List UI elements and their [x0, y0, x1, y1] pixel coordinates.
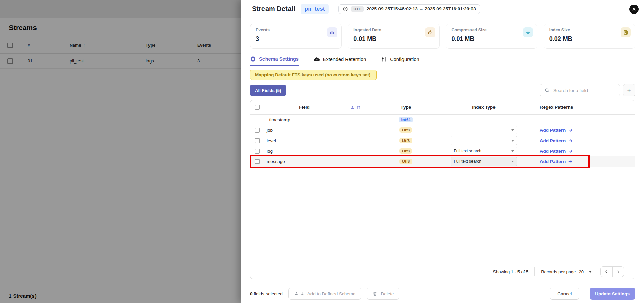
- field-row-timestamp: _timestamp Int64: [250, 115, 635, 125]
- drawer-body: Events 3 Ingested Data 0.01 MB Compresse…: [241, 18, 644, 284]
- col-regex-patterns: Regex Patterns: [521, 105, 592, 110]
- utc-chip: UTC: [351, 6, 364, 12]
- modal-backdrop[interactable]: [0, 0, 241, 303]
- field-checkbox[interactable]: [255, 128, 260, 133]
- add-pattern-link[interactable]: Add Pattern: [521, 128, 592, 133]
- records-per-page-select[interactable]: Records per page 20: [541, 269, 592, 274]
- chevron-down-icon: [589, 271, 592, 273]
- arrow-right-icon: [568, 159, 573, 164]
- arrow-right-icon: [568, 138, 573, 143]
- field-name: log: [264, 149, 345, 154]
- table-empty-space: [250, 167, 635, 264]
- compress-icon: [523, 27, 533, 37]
- stat-value: 0.02 MB: [549, 35, 629, 43]
- prev-page-button[interactable]: [601, 267, 612, 277]
- type-badge: Utf8: [399, 138, 412, 143]
- stat-label: Compressed Size: [452, 28, 532, 32]
- all-fields-button[interactable]: All Fields (5): [250, 85, 286, 96]
- type-badge: Utf8: [399, 148, 412, 154]
- tab-schema-settings[interactable]: Schema Settings: [250, 56, 299, 66]
- drawer-footer: 0 fields selected Add to Defined Schema …: [241, 284, 644, 303]
- tune-icon: [381, 56, 387, 62]
- stat-card-index: Index Size 0.02 MB: [544, 24, 635, 49]
- field-search-box: [540, 84, 620, 96]
- field-name: _timestamp: [264, 117, 345, 122]
- add-pattern-link[interactable]: Add Pattern: [521, 149, 592, 154]
- cloud-upload-icon: [314, 56, 320, 63]
- close-drawer-button[interactable]: [629, 5, 639, 14]
- chevron-down-icon: [511, 150, 514, 152]
- chevron-down-icon: [511, 161, 514, 162]
- index-type-select[interactable]: [451, 136, 517, 145]
- update-settings-button[interactable]: Update Settings: [590, 288, 635, 300]
- detail-tabs: Schema Settings Extended Retention Confi…: [250, 56, 635, 66]
- pagination-bar: Showing 1 - 5 of 5 Records per page 20: [250, 264, 635, 279]
- field-checkbox[interactable]: [255, 138, 260, 143]
- showing-text: Showing 1 - 5 of 5: [493, 269, 528, 274]
- add-pattern-link[interactable]: Add Pattern: [521, 159, 592, 164]
- chevron-down-icon: [511, 129, 514, 131]
- field-row-log: log Utf8 Full text search Add Pattern: [250, 146, 635, 156]
- stat-card-compressed: Compressed Size 0.01 MB: [446, 24, 537, 49]
- fields-table-header: Field Type Index Type Regex Patterns: [250, 100, 635, 115]
- drawer-title: Stream Detail: [252, 5, 295, 13]
- index-type-select[interactable]: [451, 126, 517, 134]
- stat-label: Ingested Data: [353, 28, 434, 32]
- tab-label: Schema Settings: [259, 56, 299, 62]
- add-to-defined-schema-button[interactable]: Add to Defined Schema: [288, 288, 362, 300]
- stat-card-ingested: Ingested Data 0.01 MB: [348, 24, 439, 49]
- stat-label: Events: [256, 28, 336, 32]
- field-row-job: job Utf8 Add Pattern: [250, 125, 635, 135]
- col-index-type: Index Type: [446, 105, 521, 110]
- col-type: Type: [365, 105, 446, 110]
- cancel-button[interactable]: Cancel: [550, 288, 579, 300]
- stat-value: 0.01 MB: [353, 35, 434, 43]
- col-field: Field: [264, 105, 345, 110]
- time-range-value: 2025-09-25T15:46:02:13 → 2025-09-25T16:0…: [367, 6, 476, 11]
- stats-row: Events 3 Ingested Data 0.01 MB Compresse…: [250, 24, 635, 49]
- delete-button[interactable]: Delete: [367, 288, 399, 300]
- close-icon: [632, 7, 636, 11]
- stat-card-events: Events 3: [250, 24, 342, 49]
- select-all-fields-checkbox[interactable]: [255, 105, 260, 110]
- add-field-button[interactable]: +: [623, 84, 635, 96]
- arrow-right-icon: [568, 149, 573, 154]
- type-badge: Int64: [399, 117, 413, 122]
- type-badge: Utf8: [399, 127, 412, 133]
- inbox-download-icon: [425, 27, 435, 37]
- trash-icon: [372, 291, 377, 296]
- clock-icon: [343, 6, 348, 12]
- pager: [600, 266, 624, 277]
- time-range-box: UTC 2025-09-25T15:46:02:13 → 2025-09-25T…: [338, 4, 480, 14]
- index-type-select[interactable]: Full text search: [451, 157, 517, 166]
- field-row-message: message Utf8 Full text search Add Patter…: [250, 156, 635, 167]
- index-type-select[interactable]: Full text search: [451, 147, 517, 155]
- bar-chart-icon: [327, 27, 337, 37]
- gear-icon: [250, 56, 256, 62]
- stream-detail-drawer: Stream Detail pii_test UTC 2025-09-25T15…: [241, 0, 644, 303]
- selected-fields-text: 0 fields selected: [250, 291, 283, 296]
- field-search-input[interactable]: [553, 88, 616, 93]
- stat-value: 0.01 MB: [452, 35, 532, 43]
- fts-warning-banner: Mapping Default FTS keys used (no custom…: [250, 70, 377, 80]
- arrow-right-icon: [568, 128, 573, 133]
- field-row-level: level Utf8 Add Pattern: [250, 135, 635, 146]
- field-name: level: [264, 138, 345, 143]
- stream-name-badge: pii_test: [301, 4, 329, 14]
- fields-table: Field Type Index Type Regex Patterns _ti…: [250, 100, 635, 279]
- save-icon: [621, 27, 631, 37]
- chevron-down-icon: [511, 140, 514, 142]
- divider: [534, 267, 535, 276]
- field-checkbox[interactable]: [255, 159, 260, 164]
- fields-controls: All Fields (5) +: [250, 84, 635, 96]
- tab-extended-retention[interactable]: Extended Retention: [314, 56, 366, 66]
- stat-label: Index Size: [549, 28, 629, 32]
- field-name: message: [264, 159, 345, 164]
- user-schema-icon: [294, 291, 304, 296]
- tab-configuration[interactable]: Configuration: [381, 56, 419, 66]
- field-checkbox[interactable]: [255, 149, 260, 154]
- next-page-button[interactable]: [612, 267, 624, 277]
- search-icon: [544, 87, 550, 93]
- add-pattern-link[interactable]: Add Pattern: [521, 138, 592, 143]
- type-badge: Utf8: [399, 159, 412, 164]
